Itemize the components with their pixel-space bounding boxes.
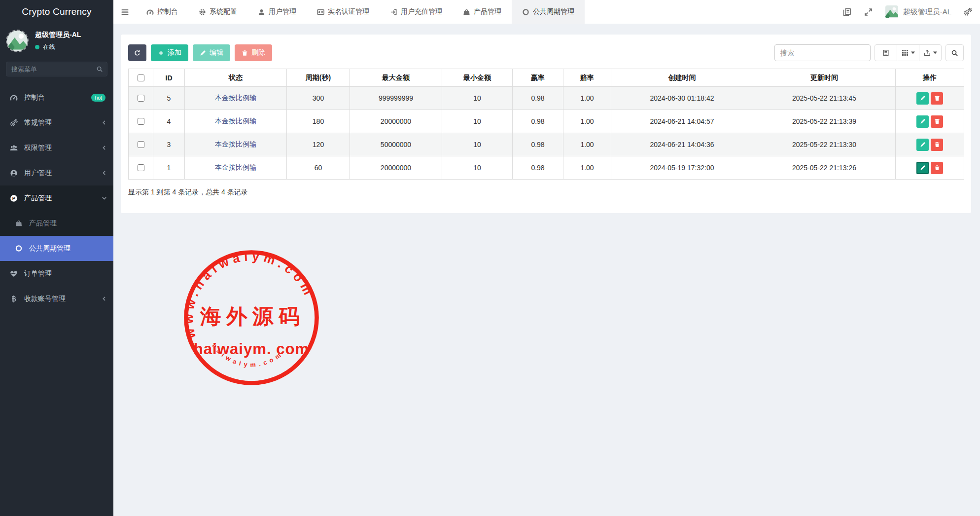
cell-updated: 2025-05-22 21:13:45 — [753, 87, 896, 110]
cell-operations — [896, 156, 964, 180]
refresh-button[interactable] — [128, 44, 146, 61]
row-checkbox[interactable] — [138, 164, 144, 171]
grid-icon — [902, 49, 909, 56]
cell-created: 2024-06-21 14:04:36 — [611, 133, 753, 156]
row-delete-button[interactable] — [931, 92, 943, 105]
trash-icon — [242, 50, 248, 56]
tab-system-config[interactable]: 系统配置 — [188, 0, 247, 24]
header-period: 周期(秒) — [287, 69, 350, 87]
main-area: 控制台 系统配置 用户管理 实名认证管理 用户充值管理 — [113, 0, 980, 516]
tab-dashboard[interactable]: 控制台 — [136, 0, 188, 24]
row-checkbox[interactable] — [138, 95, 144, 102]
heart-pulse-icon — [10, 270, 18, 278]
tab-label: 系统配置 — [210, 7, 237, 16]
columns-toggle-button[interactable] — [897, 44, 919, 61]
table-body: 5本金按比例输300999999999100.981.002024-06-30 … — [129, 87, 964, 180]
sidebar-item-general[interactable]: 常规管理 — [0, 110, 113, 135]
docs-icon[interactable] — [843, 8, 851, 16]
row-checkbox[interactable] — [138, 141, 144, 148]
cell-max: 20000000 — [350, 110, 442, 133]
add-button-label: 添加 — [168, 48, 181, 57]
select-all-checkbox[interactable] — [138, 74, 144, 81]
row-delete-button[interactable] — [931, 139, 943, 151]
tab-kyc-manage[interactable]: 实名认证管理 — [307, 0, 380, 24]
sidebar-item-label: 收款账号管理 — [24, 295, 101, 303]
cell-id: 1 — [153, 156, 185, 180]
user-status: 在线 — [35, 43, 81, 51]
row-edit-button[interactable] — [916, 92, 929, 105]
pagination-toggle-button[interactable] — [875, 44, 897, 61]
chevron-down-icon — [101, 195, 107, 201]
cell-period: 120 — [287, 133, 350, 156]
row-checkbox[interactable] — [138, 118, 144, 125]
topbar-user-name[interactable]: 超级管理员-AL — [903, 7, 951, 17]
users-icon — [10, 144, 18, 152]
cell-min: 10 — [442, 133, 513, 156]
user-status-label: 在线 — [43, 43, 55, 51]
tab-public-cycle[interactable]: 公共周期管理 — [512, 0, 585, 24]
tab-user-manage[interactable]: 用户管理 — [247, 0, 307, 24]
refresh-icon — [134, 50, 140, 56]
caret-down-icon — [933, 51, 937, 54]
sidebar-item-users[interactable]: 用户管理 — [0, 160, 113, 185]
sidebar-item-orders[interactable]: 订单管理 — [0, 261, 113, 286]
sidebar-item-products[interactable]: P 产品管理 — [0, 185, 113, 211]
row-delete-button[interactable] — [931, 115, 943, 128]
online-dot-icon — [35, 45, 39, 49]
sidebar: Crypto Currency 超级管理员-AL 在线 控制台 hot — [0, 0, 113, 516]
header-created: 创建时间 — [611, 69, 753, 87]
delete-button[interactable]: 删除 — [235, 44, 272, 61]
avatar[interactable] — [885, 5, 898, 18]
sidebar-item-dashboard[interactable]: 控制台 hot — [0, 85, 113, 110]
header-operations: 操作 — [896, 69, 964, 87]
cell-period: 60 — [287, 156, 350, 180]
pencil-icon — [920, 118, 926, 124]
tab-label: 实名认证管理 — [328, 7, 369, 16]
content-area: 添加 编辑 删除 — [113, 24, 980, 516]
row-edit-button[interactable] — [916, 162, 929, 174]
hot-badge: hot — [91, 94, 105, 102]
watermark-mid-text: haiwaiym. com — [194, 340, 310, 358]
sidebar-item-label: 订单管理 — [24, 269, 107, 278]
cell-win: 0.98 — [513, 87, 563, 110]
avatar[interactable] — [6, 30, 29, 52]
sidebar-item-label: 产品管理 — [29, 219, 107, 228]
settings-gears-icon[interactable] — [963, 7, 972, 16]
cell-min: 10 — [442, 110, 513, 133]
search-button[interactable] — [945, 44, 964, 61]
sign-in-icon — [390, 8, 397, 16]
cell-id: 3 — [153, 133, 185, 156]
tab-label: 公共周期管理 — [533, 7, 574, 16]
toolbar-right — [774, 44, 964, 61]
cell-max: 999999999 — [350, 87, 442, 110]
sidebar-item-permissions[interactable]: 权限管理 — [0, 135, 113, 160]
cell-created: 2024-05-19 17:32:00 — [611, 156, 753, 180]
cell-updated: 2025-05-22 21:13:30 — [753, 133, 896, 156]
add-button[interactable]: 添加 — [151, 44, 188, 61]
edit-button[interactable]: 编辑 — [193, 44, 230, 61]
export-button[interactable] — [919, 44, 942, 61]
header-checkbox-cell — [129, 69, 153, 87]
sidebar-item-payment-accounts[interactable]: 收款账号管理 — [0, 286, 113, 311]
sidebar-subitem-product-manage[interactable]: 产品管理 — [0, 211, 113, 236]
tab-product-manage[interactable]: 产品管理 — [453, 0, 512, 24]
table-search-input[interactable] — [774, 44, 871, 61]
ring-icon — [522, 8, 529, 16]
gauge-icon — [146, 8, 154, 16]
menu-icon — [121, 8, 129, 16]
toolbar: 添加 编辑 删除 — [128, 44, 964, 61]
sidebar-subitem-public-cycle[interactable]: 公共周期管理 — [0, 236, 113, 261]
bitcoin-icon — [10, 295, 18, 303]
table-row: 4本金按比例输18020000000100.981.002024-06-21 1… — [129, 110, 964, 133]
menu-search-input[interactable] — [6, 62, 107, 76]
sidebar-group-products: P 产品管理 产品管理 公共周期管理 — [0, 185, 113, 261]
trash-icon — [934, 95, 940, 101]
tab-recharge-manage[interactable]: 用户充值管理 — [380, 0, 453, 24]
sidebar-toggle-button[interactable] — [113, 0, 136, 24]
fullscreen-icon[interactable] — [864, 8, 873, 16]
row-delete-button[interactable] — [931, 162, 943, 174]
row-edit-button[interactable] — [916, 115, 929, 128]
row-edit-button[interactable] — [916, 139, 929, 151]
export-icon — [924, 49, 931, 56]
brand-title: Crypto Currency — [0, 0, 113, 24]
